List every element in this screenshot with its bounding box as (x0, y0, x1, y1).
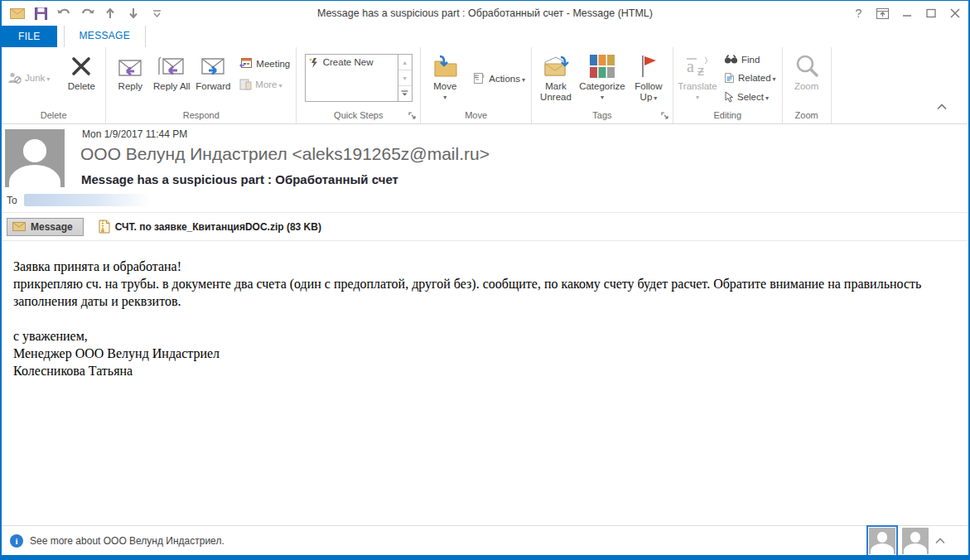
find-button[interactable]: Find (721, 53, 779, 66)
actions-button[interactable]: Actions (471, 70, 528, 86)
expand-people-pane-icon[interactable] (935, 538, 945, 544)
attachment-bar: Message СЧТ. по заявке_КвитанцияDOC.zip … (2, 213, 968, 241)
delete-label: Delete (68, 81, 95, 92)
close-button[interactable] (943, 2, 967, 24)
ribbon-group-move: Move Actions Move (421, 47, 532, 123)
message-date: Mon 1/9/2017 11:44 PM (82, 128, 187, 140)
mark-unread-icon (543, 51, 569, 81)
reply-all-button[interactable]: Reply All (151, 49, 192, 92)
recipient-redacted[interactable] (24, 194, 148, 206)
junk-icon (7, 72, 22, 84)
translate-button[interactable]: aƶ Translate (677, 49, 718, 103)
redo-icon[interactable] (76, 3, 98, 23)
body-line: Заявка принята и обработана! (13, 258, 955, 275)
mail-app-icon (7, 3, 28, 23)
tab-message[interactable]: MESSAGE (64, 25, 146, 47)
quick-step-create-new[interactable]: Create New (306, 55, 398, 101)
save-icon[interactable] (30, 3, 51, 23)
collapse-ribbon-icon[interactable] (937, 104, 947, 110)
reply-button[interactable]: Reply (109, 49, 151, 92)
mark-unread-button[interactable]: Mark Unread (535, 49, 577, 103)
next-item-icon[interactable] (123, 3, 144, 23)
follow-up-button[interactable]: Follow Up (628, 49, 669, 104)
message-view-tab[interactable]: Message (7, 218, 84, 236)
group-label-zoom: Zoom (783, 109, 831, 123)
zoom-button[interactable]: Zoom (786, 49, 828, 92)
gallery-scroll-down[interactable]: ▼ (398, 70, 412, 86)
message-tab-envelope-icon (12, 222, 26, 231)
move-label: Move (433, 81, 456, 92)
move-icon (432, 51, 458, 81)
categorize-icon (590, 51, 615, 81)
body-line: Колесникова Татьяна (13, 362, 955, 379)
ribbon-group-zoom: Zoom Zoom (783, 47, 832, 123)
group-label-delete: Delete (2, 109, 105, 123)
people-avatar[interactable] (902, 528, 929, 554)
avatar-silhouette (23, 139, 47, 162)
zip-file-icon (99, 220, 110, 234)
group-label-move: Move (421, 109, 531, 123)
to-label: To (7, 195, 17, 206)
ribbon-tabs: FILE MESSAGE (2, 26, 968, 47)
body-line: с уважением, (13, 327, 955, 345)
message-tab-label: Message (31, 221, 73, 233)
window-controls: ? (847, 1, 967, 26)
sender-avatar[interactable] (5, 129, 65, 187)
gallery-scroll-up[interactable]: ▲ (398, 55, 412, 70)
tags-dialog-launcher[interactable] (661, 112, 671, 122)
more-respond-button[interactable]: More (237, 77, 292, 92)
message-sender[interactable]: ООО Велунд Индастриел <aleks191265z@mail… (80, 144, 490, 164)
related-icon (724, 72, 735, 84)
body-line (13, 310, 955, 327)
message-header: Mon 1/9/2017 11:44 PM ООО Велунд Индастр… (2, 124, 968, 213)
attachment-name: СЧТ. по заявке_КвитанцияDOC.zip (83 KB) (115, 221, 321, 233)
group-label-tags: Tags (532, 109, 673, 123)
junk-button[interactable]: Junk (5, 70, 52, 85)
more-label: More (255, 80, 282, 89)
translate-caret (696, 92, 699, 103)
categorize-button[interactable]: Categorize (577, 49, 628, 103)
related-button[interactable]: Related (721, 70, 779, 85)
select-icon (724, 91, 734, 103)
zoom-label: Zoom (794, 81, 818, 92)
ribbon-group-quick-steps: Create New ▲ ▼ Quick Steps (297, 47, 421, 123)
ribbon-group-editing: aƶ Translate Find Related (673, 47, 783, 123)
reply-icon (116, 51, 144, 81)
group-label-respond: Respond (106, 109, 296, 123)
quick-steps-dialog-launcher[interactable] (408, 112, 418, 122)
quick-access-toolbar (2, 3, 167, 23)
actions-icon (473, 72, 485, 84)
reply-label: Reply (118, 81, 142, 92)
delete-button[interactable]: Delete (60, 49, 102, 92)
previous-item-icon[interactable] (99, 3, 121, 23)
delete-icon (70, 51, 92, 81)
message-subject: Message has a suspicious part : Обработа… (81, 172, 398, 186)
undo-icon[interactable] (53, 3, 75, 23)
attachment-item[interactable]: СЧТ. по заявке_КвитанцияDOC.zip (83 KB) (99, 220, 321, 234)
select-button[interactable]: Select (721, 89, 779, 104)
people-pane-text[interactable]: See more about ООО Велунд Индастриел. (30, 535, 224, 547)
move-button[interactable]: Move (424, 49, 466, 103)
categorize-caret (601, 92, 604, 103)
junk-label: Junk (25, 73, 50, 83)
forward-button[interactable]: Forward (192, 49, 234, 92)
maximize-button[interactable] (919, 2, 943, 24)
related-label: Related (738, 73, 776, 83)
follow-up-label: Follow Up (628, 81, 669, 104)
tab-file[interactable]: FILE (2, 26, 57, 47)
reply-all-label: Reply All (153, 81, 191, 92)
info-icon: i (10, 534, 23, 548)
categorize-label: Categorize (579, 81, 625, 92)
gallery-more-button[interactable] (398, 86, 412, 101)
meeting-icon (239, 57, 253, 70)
minimize-button[interactable] (895, 2, 919, 24)
meeting-button[interactable]: Meeting (237, 56, 292, 71)
actions-label: Actions (489, 74, 525, 84)
people-avatar-selected[interactable] (869, 528, 895, 554)
select-label: Select (737, 92, 769, 102)
follow-up-icon (639, 51, 658, 81)
customize-qat-icon[interactable] (146, 3, 167, 23)
help-button[interactable]: ? (847, 2, 871, 24)
ribbon-display-options-button[interactable] (871, 2, 895, 24)
group-label-editing: Editing (673, 109, 782, 123)
